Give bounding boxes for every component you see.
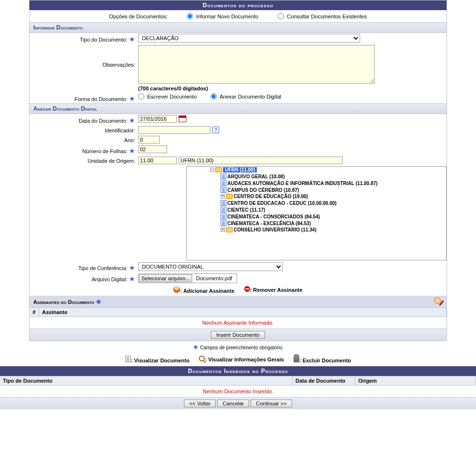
section-anexar: Anexar Documento Digital [29,103,447,114]
unidade-name-input[interactable] [179,157,343,164]
observacoes-textarea[interactable] [138,45,375,84]
page-icon [125,356,131,362]
unidade-tree[interactable]: − UFRN (11.00) ARQUIVO GERAL (10.08) AUD… [186,166,447,260]
doc-icon [221,207,226,213]
magnify-icon [199,356,205,361]
file-name: Documento.pdf [192,275,236,281]
help-icon[interactable]: ? [212,127,219,133]
file-select-button[interactable]: Selecionar arquivo... [139,274,192,282]
col-num: # [29,308,39,316]
doc-icon [221,214,226,219]
tree-item[interactable]: CINEMATECA - EXCELÊNCIA (84.53) [187,220,446,227]
required-star: ★ [129,35,135,43]
section-informar: Informar Documento [29,22,447,33]
inserir-documento-button[interactable]: Inserir Documento [211,331,265,339]
expand-icon[interactable]: + [221,228,225,232]
doc-icon [221,200,226,206]
tree-item[interactable]: CIENTEC (11.17) [187,206,446,213]
calendar-icon[interactable] [179,115,186,122]
doc-icon [221,187,226,193]
trash-icon [294,356,299,362]
opt-query-doc[interactable]: Consultar Documentos Existentes [278,13,367,19]
tipo-documento-select[interactable]: DECLARAÇÃO [138,34,360,43]
unidade-code-input[interactable] [138,157,177,164]
conferencia-select[interactable]: DOCUMENTO ORIGINAL [138,262,283,271]
tree-item[interactable]: + CONSELHO UNIVERSITARIO (11.34) [187,227,446,233]
collapse-icon[interactable]: − [210,168,214,172]
edit-person-icon[interactable] [433,297,443,306]
expand-icon[interactable]: + [221,194,225,199]
opt-new-radio[interactable] [187,13,193,19]
tree-item[interactable]: + CENTRO DE EDUCAÇÃO (19.00) [187,193,446,200]
forma-escrever[interactable]: Escrever Documento [138,93,197,100]
col-origem: Origem [355,376,476,385]
options-label: Opções de Documentos: [109,14,168,19]
panel-title: Documentos do processo [29,0,447,10]
assinantes-title: Assinantes do Documento [33,299,94,305]
folder-icon [226,227,233,232]
tree-item[interactable]: CINEMATECA - CONSORCIADOS (84.54) [187,213,446,220]
no-assinante-msg: Nenhum Assinante Informado. [29,317,447,329]
folder-icon [215,167,222,172]
doc-icon [221,173,226,179]
cancelar-button[interactable]: Cancelar [217,400,249,407]
char-counter: (700 caracteres/0 digitados) [138,86,208,91]
col-tipo: Tipo de Documento [0,376,293,385]
opt-new-doc[interactable]: Informar Novo Documento [187,13,258,19]
inserted-title: Documentos Inseridos no Processo [0,366,476,376]
identificador-input[interactable] [138,126,210,134]
tree-item[interactable]: ARQUIVO GERAL (10.08) [187,173,446,180]
tree-item[interactable]: AUDACES AUTOMAÇÃO E INFORMÁTICA INDUSTRI… [187,180,446,186]
add-person-icon [173,286,180,293]
tree-item[interactable]: CENTRO DE EDUCACAO - CEDUC (10.00.00.00) [187,200,446,206]
no-doc-msg: Nenhum Documento Inserido. [0,386,476,397]
ano-input[interactable] [138,136,160,143]
opt-query-radio[interactable] [278,13,284,19]
required-note: Campos de preenchimento obrigatório. [200,345,283,350]
folder-icon [226,194,233,199]
col-data: Data de Documento [293,376,355,385]
col-assinante: Assinante [39,308,447,316]
voltar-button[interactable]: << Voltar [184,400,216,407]
folhas-input[interactable] [138,145,167,153]
continuar-button[interactable]: Continuar >> [251,400,292,407]
doc-icon [221,220,226,226]
tree-item[interactable]: CAMPUS DO CÉREBRO (10.87) [187,186,446,193]
doc-icon [221,180,226,186]
forma-anexar[interactable]: Anexar Documento Digital [210,93,281,100]
data-documento-input[interactable] [138,115,177,123]
tree-root[interactable]: − UFRN (11.00) [187,167,446,173]
remove-icon [244,286,250,292]
